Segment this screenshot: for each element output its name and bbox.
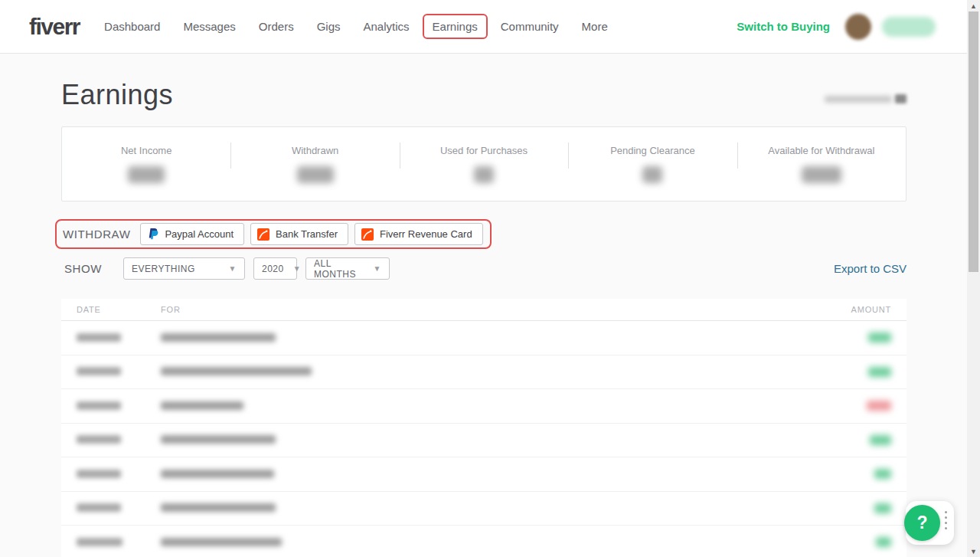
withdraw-label: WITHDRAW [63, 228, 130, 241]
filter-month-dropdown[interactable]: ALL MONTHS ▼ [305, 257, 390, 280]
main-nav: Dashboard Messages Orders Gigs Analytics… [104, 14, 631, 39]
nav-item-orders[interactable]: Orders [259, 20, 294, 33]
fiverr-logo[interactable]: fiverr [29, 14, 80, 40]
transaction-amount-redacted [799, 401, 891, 411]
dropdown-value: ALL MONTHS [314, 258, 364, 280]
dropdown-value: 2020 [262, 264, 284, 274]
table-row [61, 526, 906, 557]
scroll-down-icon[interactable]: ▼ [967, 546, 980, 557]
transaction-amount-redacted [799, 333, 891, 342]
withdraw-row: WITHDRAW Paypal Account [61, 219, 906, 249]
transaction-date-redacted [77, 433, 161, 447]
summary-pending-clearance: Pending Clearance [568, 127, 737, 201]
table-row [61, 424, 906, 458]
page-title: Earnings [61, 79, 173, 111]
summary-label: Withdrawn [230, 145, 399, 156]
transaction-description-redacted [161, 331, 799, 345]
summary-value-redacted [802, 166, 841, 183]
summary-available-for-withdrawal: Available for Withdrawal [737, 127, 906, 201]
transaction-date-redacted [77, 331, 161, 345]
transaction-description-redacted [161, 467, 799, 481]
summary-label: Net Income [62, 145, 230, 156]
transaction-date-redacted [77, 501, 161, 515]
title-row: Earnings [61, 54, 906, 111]
summary-net-income: Net Income [62, 127, 230, 201]
balance-redacted[interactable] [882, 17, 936, 37]
paypal-account-button[interactable]: Paypal Account [140, 223, 244, 245]
more-options-icon[interactable] [945, 511, 947, 532]
transaction-description-redacted [161, 365, 799, 378]
main-content: Earnings Net Income Withdrawn Used for P… [61, 54, 906, 557]
column-header-for: FOR [161, 305, 799, 314]
avatar[interactable] [845, 14, 871, 40]
header-right: Switch to Buying [737, 14, 957, 40]
vertical-scrollbar[interactable]: ▲ ▼ [967, 0, 980, 557]
summary-used-for-purchases: Used for Purchases [400, 127, 568, 201]
show-label: SHOW [64, 262, 123, 275]
help-widget: ? [906, 501, 954, 545]
paypal-icon [147, 228, 158, 241]
fiverr-revenue-card-button[interactable]: Fiverr Revenue Card [354, 223, 483, 245]
transaction-date-redacted [77, 467, 161, 481]
nav-item-gigs[interactable]: Gigs [317, 20, 341, 33]
scrollbar-thumb[interactable] [969, 11, 978, 272]
payoneer-icon [361, 228, 374, 241]
method-label: Fiverr Revenue Card [380, 228, 472, 240]
chevron-down-icon: ▼ [293, 264, 301, 273]
earnings-page: fiverr Dashboard Messages Orders Gigs An… [0, 0, 980, 557]
method-label: Paypal Account [165, 228, 234, 240]
top-nav-bar: fiverr Dashboard Messages Orders Gigs An… [0, 0, 980, 54]
redacted-text [825, 96, 892, 103]
export-to-csv-link[interactable]: Export to CSV [834, 262, 906, 275]
withdraw-highlight-box: WITHDRAW Paypal Account [55, 219, 492, 249]
dropdown-value: EVERYTHING [132, 264, 195, 274]
summary-value-redacted [128, 166, 165, 183]
summary-label: Available for Withdrawal [737, 145, 906, 156]
help-button[interactable]: ? [904, 505, 940, 541]
method-label: Bank Transfer [276, 228, 338, 240]
summary-value-redacted [297, 166, 334, 183]
transaction-description-redacted [161, 536, 799, 549]
table-row [61, 355, 906, 390]
nav-item-earnings[interactable]: Earnings [423, 14, 488, 39]
table-row [61, 389, 906, 424]
filter-type-dropdown[interactable]: EVERYTHING ▼ [123, 257, 245, 280]
scroll-up-icon[interactable]: ▲ [967, 0, 980, 11]
transaction-date-redacted [77, 536, 161, 549]
summary-label: Pending Clearance [568, 145, 737, 156]
nav-item-analytics[interactable]: Analytics [364, 20, 410, 33]
summary-withdrawn: Withdrawn [230, 127, 399, 201]
table-row [61, 321, 906, 355]
chevron-down-icon: ▼ [229, 264, 237, 273]
nav-item-messages[interactable]: Messages [183, 20, 235, 33]
switch-to-buying-link[interactable]: Switch to Buying [737, 20, 830, 33]
summary-value-redacted [642, 166, 662, 183]
chevron-down-icon: ▼ [374, 264, 381, 273]
transaction-description-redacted [161, 433, 799, 447]
transaction-description-redacted [161, 501, 799, 515]
transaction-description-redacted [161, 399, 799, 413]
bank-transfer-button[interactable]: Bank Transfer [250, 223, 348, 245]
nav-item-community[interactable]: Community [501, 20, 559, 33]
table-row [61, 492, 906, 526]
earnings-summary-card: Net Income Withdrawn Used for Purchases … [61, 126, 906, 202]
transaction-amount-redacted [799, 435, 891, 445]
table-body [61, 321, 906, 557]
column-header-date: DATE [77, 305, 161, 314]
transactions-table: DATE FOR AMOUNT [61, 299, 906, 557]
redacted-icon [895, 94, 906, 103]
nav-item-more[interactable]: More [582, 20, 608, 33]
transaction-amount-redacted [799, 367, 891, 377]
transaction-amount-redacted [799, 503, 891, 513]
transaction-amount-redacted [799, 537, 891, 547]
nav-item-dashboard[interactable]: Dashboard [104, 20, 160, 33]
summary-label: Used for Purchases [400, 145, 568, 156]
filter-year-dropdown[interactable]: 2020 ▼ [253, 257, 297, 280]
transaction-date-redacted [77, 399, 161, 413]
payoneer-icon [257, 228, 270, 241]
table-row [61, 457, 906, 492]
column-header-amount: AMOUNT [799, 305, 891, 314]
filter-row: SHOW EVERYTHING ▼ 2020 ▼ ALL MONTHS ▼ Ex… [61, 257, 906, 280]
summary-value-redacted [474, 166, 494, 183]
transaction-date-redacted [77, 365, 161, 378]
